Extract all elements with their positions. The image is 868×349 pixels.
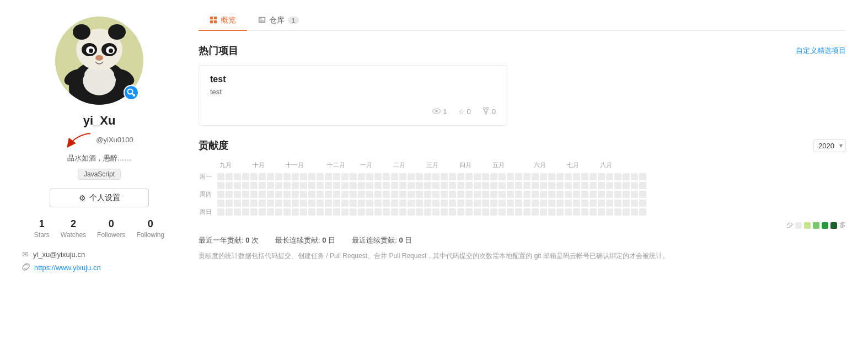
contribution-cell[interactable]	[374, 191, 382, 198]
contribution-cell[interactable]	[639, 200, 646, 207]
contribution-cell[interactable]	[515, 191, 522, 198]
contribution-cell[interactable]	[234, 191, 241, 198]
contribution-cell[interactable]	[598, 208, 605, 216]
contribution-cell[interactable]	[366, 173, 373, 180]
contribution-cell[interactable]	[598, 173, 605, 180]
contribution-cell[interactable]	[623, 191, 630, 198]
contribution-cell[interactable]	[449, 182, 456, 189]
contribution-cell[interactable]	[275, 191, 282, 198]
contribution-cell[interactable]	[614, 200, 621, 207]
contribution-cell[interactable]	[325, 200, 332, 207]
settings-button[interactable]: ⚙ 个人设置	[50, 189, 149, 207]
contribution-cell[interactable]	[267, 191, 274, 198]
contribution-cell[interactable]	[565, 191, 572, 198]
contribution-cell[interactable]	[217, 200, 224, 207]
contribution-cell[interactable]	[581, 200, 588, 207]
contribution-cell[interactable]	[391, 182, 398, 189]
contribution-cell[interactable]	[556, 200, 564, 207]
contribution-cell[interactable]	[441, 208, 448, 216]
contribution-cell[interactable]	[366, 191, 373, 198]
contribution-cell[interactable]	[408, 173, 415, 180]
contribution-cell[interactable]	[399, 182, 406, 189]
contribution-cell[interactable]	[432, 191, 440, 198]
contribution-cell[interactable]	[623, 173, 630, 180]
contribution-cell[interactable]	[341, 191, 349, 198]
contribution-cell[interactable]	[581, 191, 588, 198]
contribution-cell[interactable]	[267, 173, 274, 180]
contribution-cell[interactable]	[358, 208, 365, 216]
contribution-cell[interactable]	[424, 200, 431, 207]
stat-following[interactable]: 0 Following	[136, 218, 164, 239]
contribution-cell[interactable]	[259, 200, 266, 207]
contribution-cell[interactable]	[432, 208, 440, 216]
contribution-cell[interactable]	[234, 200, 241, 207]
contribution-cell[interactable]	[341, 208, 349, 216]
contribution-cell[interactable]	[449, 173, 456, 180]
contribution-cell[interactable]	[499, 208, 506, 216]
contribution-cell[interactable]	[366, 200, 373, 207]
contribution-cell[interactable]	[424, 173, 431, 180]
contribution-cell[interactable]	[590, 208, 597, 216]
contribution-cell[interactable]	[283, 208, 291, 216]
contribution-cell[interactable]	[457, 208, 464, 216]
contribution-cell[interactable]	[333, 182, 340, 189]
contribution-cell[interactable]	[532, 208, 539, 216]
contribution-cell[interactable]	[341, 173, 349, 180]
contribution-cell[interactable]	[523, 182, 531, 189]
contribution-cell[interactable]	[259, 208, 266, 216]
contribution-cell[interactable]	[565, 200, 572, 207]
contribution-cell[interactable]	[449, 208, 456, 216]
contribution-cell[interactable]	[606, 182, 613, 189]
contribution-cell[interactable]	[226, 208, 233, 216]
contribution-cell[interactable]	[350, 208, 357, 216]
contribution-cell[interactable]	[465, 200, 473, 207]
contribution-cell[interactable]	[308, 182, 315, 189]
contribution-cell[interactable]	[267, 182, 274, 189]
contribution-cell[interactable]	[242, 173, 249, 180]
contribution-cell[interactable]	[639, 182, 646, 189]
contribution-cell[interactable]	[441, 191, 448, 198]
contribution-cell[interactable]	[441, 173, 448, 180]
contribution-cell[interactable]	[631, 191, 638, 198]
contribution-cell[interactable]	[532, 191, 539, 198]
contribution-cell[interactable]	[590, 182, 597, 189]
contribution-cell[interactable]	[556, 191, 564, 198]
tab-repos[interactable]: 仓库 1	[247, 11, 310, 31]
contribution-cell[interactable]	[548, 191, 555, 198]
contribution-cell[interactable]	[573, 208, 580, 216]
contribution-cell[interactable]	[590, 191, 597, 198]
contribution-cell[interactable]	[614, 208, 621, 216]
year-select-wrap[interactable]: 2020 2019 2018	[813, 139, 846, 152]
contribution-cell[interactable]	[457, 182, 464, 189]
contribution-cell[interactable]	[556, 182, 564, 189]
contribution-cell[interactable]	[573, 200, 580, 207]
contribution-cell[interactable]	[573, 173, 580, 180]
contribution-cell[interactable]	[548, 173, 555, 180]
stat-stars[interactable]: 1 Stars	[34, 218, 50, 239]
contribution-cell[interactable]	[226, 200, 233, 207]
contribution-cell[interactable]	[499, 191, 506, 198]
contribution-cell[interactable]	[234, 208, 241, 216]
contribution-cell[interactable]	[457, 173, 464, 180]
contribution-cell[interactable]	[416, 191, 423, 198]
contribution-cell[interactable]	[383, 208, 390, 216]
contribution-cell[interactable]	[408, 200, 415, 207]
contribution-cell[interactable]	[358, 191, 365, 198]
contribution-cell[interactable]	[317, 191, 324, 198]
contribution-cell[interactable]	[242, 182, 249, 189]
contribution-cell[interactable]	[250, 173, 258, 180]
contribution-cell[interactable]	[482, 191, 489, 198]
contribution-cell[interactable]	[399, 200, 406, 207]
contribution-cell[interactable]	[499, 173, 506, 180]
contribution-cell[interactable]	[383, 200, 390, 207]
contribution-cell[interactable]	[226, 191, 233, 198]
contribution-cell[interactable]	[325, 191, 332, 198]
contribution-cell[interactable]	[226, 173, 233, 180]
contribution-cell[interactable]	[350, 200, 357, 207]
contribution-cell[interactable]	[606, 173, 613, 180]
contribution-cell[interactable]	[614, 173, 621, 180]
contribution-cell[interactable]	[532, 173, 539, 180]
contribution-cell[interactable]	[474, 191, 481, 198]
contribution-cell[interactable]	[358, 182, 365, 189]
contribution-cell[interactable]	[590, 200, 597, 207]
